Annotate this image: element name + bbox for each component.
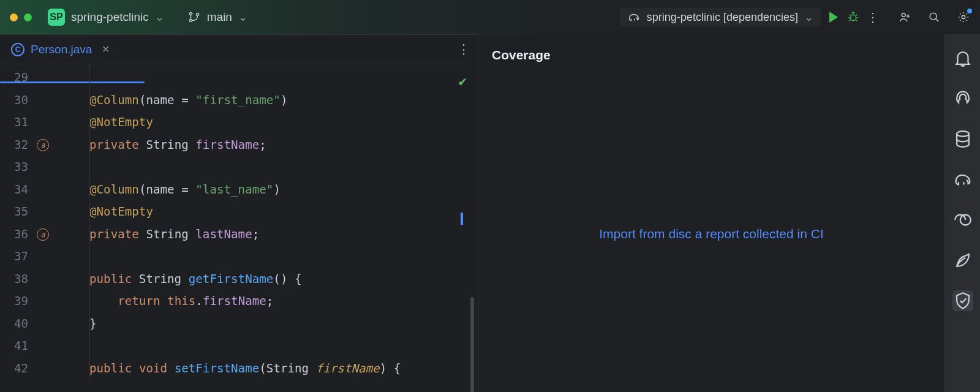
code-line[interactable]: 31@NotEmpty [0,111,478,134]
run-toolbar: spring-petclinic [dependencies] ⌄ ⋮ [620,8,880,26]
svg-point-2 [196,13,198,15]
project-badge[interactable]: SP [48,9,65,26]
svg-point-7 [957,131,969,137]
endpoints-icon[interactable] [952,209,973,230]
editor-pane: C Person.java ✕ ⋮ ✔ 2930@Column(name = "… [0,34,478,392]
annotation-gutter-icon[interactable]: a [37,139,49,151]
tab-label: Person.java [31,43,92,56]
coverage-panel: Coverage Import from disc a report colle… [478,34,944,392]
maximize-dot[interactable] [24,13,32,21]
line-number: 29 [0,67,34,89]
code-line[interactable]: 37 [0,246,478,268]
window-controls [10,13,32,21]
code-text: public String getFirstName() { [89,268,302,290]
code-text: public void setFirstName(String firstNam… [89,358,401,380]
run-button[interactable] [827,10,840,24]
code-line[interactable]: 34@Column(name = "last_name") [0,179,478,202]
chevron-down-icon[interactable]: ⌄ [155,10,164,24]
code-text: @NotEmpty [89,111,153,134]
ai-assistant-icon[interactable] [952,88,973,109]
code-line[interactable]: 35@NotEmpty [0,201,478,224]
spring-icon[interactable] [952,250,973,271]
code-line[interactable]: 39 return this.firstName; [0,290,478,313]
tab-person-java[interactable]: C Person.java ✕ [6,43,115,56]
search-icon[interactable] [927,10,941,24]
chevron-down-icon[interactable]: ⌄ [238,10,247,24]
code-line[interactable]: 33 [0,156,478,179]
elephant-icon [627,10,641,24]
class-file-icon: C [11,43,24,56]
code-line[interactable]: 40} [0,313,478,336]
code-text: return this.firstName; [89,290,273,312]
gradle-icon[interactable] [952,169,973,190]
more-actions-button[interactable]: ⋮ [866,10,880,24]
code-text: @Column(name = "last_name") [89,179,281,201]
close-icon[interactable]: ✕ [102,43,110,55]
code-text: } [89,313,97,335]
code-with-me-icon[interactable] [898,10,911,24]
run-config-label: spring-petclinic [dependencies] [647,11,798,24]
annotation-gutter-icon[interactable]: a [37,228,49,241]
code-text: @Column(name = "first_name") [89,89,287,111]
database-icon[interactable] [952,129,973,149]
line-number: 38 [0,268,34,290]
caret-marker [461,213,463,225]
minimize-dot[interactable] [10,13,18,21]
code-line[interactable]: 32aprivate String firstName; [0,134,478,157]
line-number: 41 [0,335,34,357]
settings-update-dot [967,9,972,13]
svg-point-0 [189,12,192,15]
svg-point-6 [962,15,965,19]
line-number: 31 [0,111,34,134]
scrollbar[interactable] [470,297,474,392]
coverage-tool-icon[interactable] [952,290,973,311]
titlebar: SP spring-petclinic ⌄ main ⌄ spring-petc… [0,0,980,34]
line-number: 34 [0,179,34,201]
project-name[interactable]: spring-petclinic [71,10,149,24]
line-number: 35 [0,201,34,223]
line-number: 42 [0,358,34,380]
branch-icon[interactable] [187,10,201,24]
code-line[interactable]: 41 [0,335,478,358]
code-line[interactable]: 42public void setFirstName(String firstN… [0,358,478,380]
svg-point-3 [850,15,856,20]
svg-point-5 [930,13,937,20]
line-number: 37 [0,246,34,268]
code-text: private String firstName; [89,134,266,156]
line-number: 40 [0,313,34,335]
svg-point-4 [902,13,905,17]
notifications-icon[interactable] [952,48,973,69]
line-number: 36 [0,224,34,246]
code-area[interactable]: ✔ 2930@Column(name = "first_name")31@Not… [0,64,478,380]
branch-name[interactable]: main [207,10,232,24]
coverage-title: Coverage [478,34,944,76]
code-line[interactable]: 36aprivate String lastName; [0,224,478,246]
code-line[interactable]: 38public String getFirstName() { [0,268,478,291]
debug-button[interactable] [846,10,860,24]
svg-point-1 [189,19,192,21]
line-number: 39 [0,290,34,312]
right-tool-rail [944,34,980,392]
settings-gear-icon[interactable] [957,10,970,24]
run-config-selector[interactable]: spring-petclinic [dependencies] ⌄ [620,8,821,26]
gutter: a [34,228,89,241]
editor-tabs: C Person.java ✕ ⋮ [0,35,478,64]
tab-more-icon[interactable]: ⋮ [457,42,472,58]
line-number: 32 [0,134,34,156]
code-line[interactable]: 29 [0,67,478,89]
gutter: a [34,139,89,151]
code-text: @NotEmpty [89,201,153,223]
code-text: private String lastName; [89,224,259,246]
checkmark-icon[interactable]: ✔ [459,70,467,92]
chevron-down-icon: ⌄ [804,10,813,24]
code-line[interactable]: 30@Column(name = "first_name") [0,89,478,112]
line-number: 30 [0,89,34,111]
coverage-import-link[interactable]: Import from disc a report collected in C… [599,227,823,241]
line-number: 33 [0,156,34,178]
